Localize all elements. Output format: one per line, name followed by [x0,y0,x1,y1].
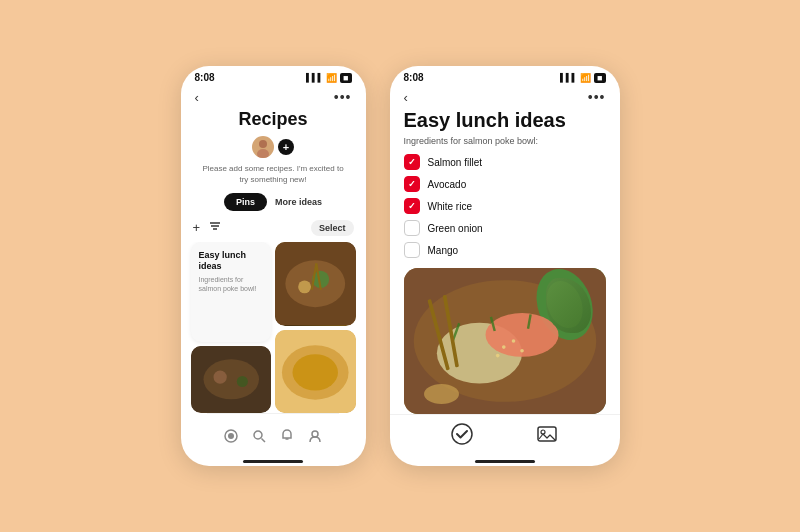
signal-icon-right: ▌▌▌ [560,73,577,82]
more-button-right[interactable]: ••• [588,89,606,105]
checklist: ✓ Salmon fillet ✓ Avocado ✓ White rice [404,154,606,258]
add-avatar-button[interactable]: + [278,139,294,155]
nav-profile[interactable] [301,422,329,450]
nav-bar-left: ‹ ••• [181,85,366,109]
nav-notifications[interactable] [273,422,301,450]
check-label-mango: Mango [428,245,459,256]
bottom-nav [207,413,339,456]
svg-point-6 [203,360,259,400]
check-label-salmon: Salmon fillet [428,157,482,168]
checkbox-mango[interactable] [404,242,420,258]
food-img-orange [275,330,356,413]
svg-point-7 [213,371,226,384]
back-button-left[interactable]: ‹ [195,90,199,105]
toolbar-left: + [193,219,223,236]
select-button[interactable]: Select [311,220,354,236]
checkbox-white-rice[interactable]: ✓ [404,198,420,214]
right-phone: 8:08 ▌▌▌ 📶 ■ ‹ ••• Easy lunch ideas Ingr… [390,66,620,466]
more-button-left[interactable]: ••• [334,89,352,105]
svg-point-20 [254,431,262,439]
svg-point-35 [495,354,499,358]
check-item-green-onion: Green onion [404,220,606,236]
pin-card-subtitle: Ingredients for salmon poke bowl! [199,275,264,293]
nav-home[interactable] [217,422,245,450]
tab-pins[interactable]: Pins [224,193,267,211]
image-action-button[interactable] [536,423,558,450]
tab-row: Pins More ideas [224,193,322,211]
svg-point-8 [236,376,247,387]
add-pin-button[interactable]: + [193,220,201,235]
time-right: 8:08 [404,72,424,83]
check-action-button[interactable] [451,423,473,450]
check-item-white-rice: ✓ White rice [404,198,606,214]
svg-line-21 [262,439,266,443]
detail-title: Easy lunch ideas [404,109,606,132]
pin-col-left: Easy lunch ideas Ingredients for salmon … [191,242,272,413]
checkbox-salmon[interactable]: ✓ [404,154,420,170]
check-item-salmon: ✓ Salmon fillet [404,154,606,170]
wifi-icon-left: 📶 [326,73,337,83]
check-label-white-rice: White rice [428,201,472,212]
right-main-content: Easy lunch ideas Ingredients for salmon … [390,109,620,414]
bottom-actions [390,414,620,456]
battery-icon-left: ■ [340,73,351,83]
checkbox-green-onion[interactable] [404,220,420,236]
battery-icon-right: ■ [594,73,605,83]
status-icons-left: ▌▌▌ 📶 ■ [306,73,351,83]
status-bar-right: 8:08 ▌▌▌ 📶 ■ [390,66,620,85]
svg-point-1 [257,149,269,158]
pins-grid: Easy lunch ideas Ingredients for salmon … [181,242,366,413]
pin-image-bowl-top[interactable] [275,242,356,325]
pin-card-easy-lunch[interactable]: Easy lunch ideas Ingredients for salmon … [191,242,272,342]
svg-point-17 [293,354,338,390]
pin-card-title: Easy lunch ideas [199,250,264,272]
pin-image-soup[interactable] [275,330,356,413]
check-mark-avocado: ✓ [408,179,416,189]
filter-button[interactable] [208,219,222,236]
avatar [252,136,274,158]
svg-point-19 [228,433,234,439]
svg-point-39 [452,424,472,444]
svg-point-0 [259,140,267,148]
svg-point-12 [298,281,311,294]
ingredients-label: Ingredients for salmon poke bowl: [404,136,606,146]
left-phone: 8:08 ▌▌▌ 📶 ■ ‹ ••• Recipes + Please add … [181,66,366,466]
home-indicator-right [475,460,535,463]
pin-col-right [275,242,356,413]
svg-point-33 [501,345,505,349]
status-icons-right: ▌▌▌ 📶 ■ [560,73,605,83]
left-main-content: Recipes + Please add some recipes. I'm e… [181,109,366,456]
svg-point-23 [312,431,318,437]
avatar-row: + [252,136,294,158]
signal-icon-left: ▌▌▌ [306,73,323,82]
nav-search[interactable] [245,422,273,450]
subtitle-text: Please add some recipes. I'm excited to … [181,163,366,185]
check-item-avocado: ✓ Avocado [404,176,606,192]
check-item-mango: Mango [404,242,606,258]
back-button-right[interactable]: ‹ [404,90,408,105]
tab-more-ideas[interactable]: More ideas [275,197,322,207]
svg-point-41 [541,430,545,434]
nav-bar-right: ‹ ••• [390,85,620,109]
time-left: 8:08 [195,72,215,83]
status-bar-left: 8:08 ▌▌▌ 📶 ■ [181,66,366,85]
food-img-dark [191,346,272,413]
check-mark-white-rice: ✓ [408,201,416,211]
home-indicator-left [243,460,303,463]
check-mark-salmon: ✓ [408,157,416,167]
bowl-food-image [404,268,606,414]
avatar-image [252,136,274,158]
toolbar-row: + Select [181,219,366,236]
food-img-brown [275,242,356,325]
svg-point-36 [520,349,524,353]
checkbox-avocado[interactable]: ✓ [404,176,420,192]
check-label-avocado: Avocado [428,179,467,190]
wifi-icon-right: 📶 [580,73,591,83]
page-title-left: Recipes [238,109,307,130]
pin-image-fish[interactable] [191,346,272,413]
svg-point-34 [511,339,515,343]
check-label-green-onion: Green onion [428,223,483,234]
